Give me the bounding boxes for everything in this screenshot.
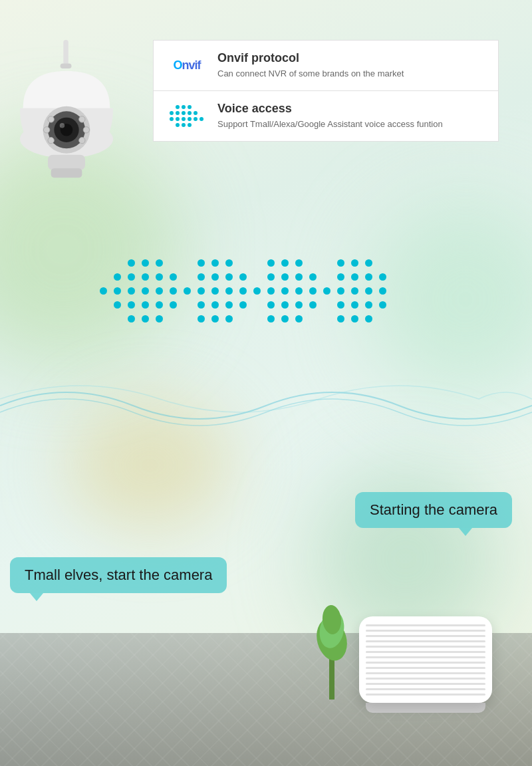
grille-line bbox=[366, 667, 485, 669]
voice-feature-text: Voice access Support Tmall/Alexa/Google … bbox=[217, 102, 443, 130]
grille-line bbox=[366, 624, 485, 626]
voice-dots-icon bbox=[170, 105, 204, 128]
grille-line bbox=[366, 635, 485, 637]
grille-line bbox=[366, 678, 485, 680]
smart-speaker-device bbox=[359, 616, 492, 703]
onvif-feature-card: Onvif Onvif protocol Can connect NVR of … bbox=[153, 40, 499, 90]
grille-line bbox=[366, 688, 485, 690]
voice-feature-card: Voice access Support Tmall/Alexa/Google … bbox=[153, 90, 499, 142]
svg-point-14 bbox=[79, 116, 85, 122]
camera-container bbox=[0, 40, 160, 253]
feature-cards-container: Onvif Onvif protocol Can connect NVR of … bbox=[153, 40, 499, 142]
speaker-grille bbox=[359, 616, 492, 703]
speech-bubble-right: Starting the camera bbox=[355, 492, 512, 528]
dot-matrix-decoration bbox=[100, 259, 386, 329]
grille-line bbox=[366, 646, 485, 648]
voice-icon-area bbox=[167, 105, 207, 128]
speech-bubble-left: Tmall elves, start the camera bbox=[10, 557, 227, 593]
svg-point-15 bbox=[48, 138, 54, 144]
svg-point-12 bbox=[83, 127, 89, 133]
svg-point-16 bbox=[79, 138, 85, 144]
grille-line bbox=[366, 672, 485, 674]
grille-line bbox=[366, 630, 485, 632]
grille-line bbox=[366, 662, 485, 664]
onvif-logo-icon: Onvif bbox=[173, 59, 200, 72]
voice-title: Voice access bbox=[217, 102, 443, 116]
svg-point-11 bbox=[43, 127, 49, 133]
speech-bubble-left-text: Tmall elves, start the camera bbox=[25, 567, 212, 583]
svg-point-13 bbox=[48, 116, 54, 122]
onvif-icon-area: Onvif bbox=[167, 59, 207, 72]
svg-rect-4 bbox=[48, 155, 85, 170]
grille-line bbox=[366, 640, 485, 642]
wave-lines-decoration bbox=[0, 366, 532, 446]
plant-decoration bbox=[299, 593, 366, 700]
camera-icon bbox=[0, 40, 133, 226]
svg-rect-5 bbox=[51, 168, 82, 178]
speech-bubble-right-text: Starting the camera bbox=[370, 501, 497, 518]
svg-rect-0 bbox=[63, 40, 68, 64]
grille-line bbox=[366, 694, 485, 696]
smart-speaker-container bbox=[359, 616, 492, 713]
onvif-description: Can connect NVR of some brands on the ma… bbox=[217, 68, 404, 80]
onvif-feature-text: Onvif protocol Can connect NVR of some b… bbox=[217, 51, 404, 80]
svg-rect-1 bbox=[61, 63, 72, 68]
voice-description: Support Tmall/Alexa/Google Assistant voi… bbox=[217, 118, 443, 130]
grille-line bbox=[366, 683, 485, 685]
svg-point-10 bbox=[60, 123, 65, 128]
onvif-title: Onvif protocol bbox=[217, 51, 404, 65]
speaker-base bbox=[366, 703, 485, 713]
grille-line bbox=[366, 656, 485, 658]
grille-line bbox=[366, 651, 485, 653]
